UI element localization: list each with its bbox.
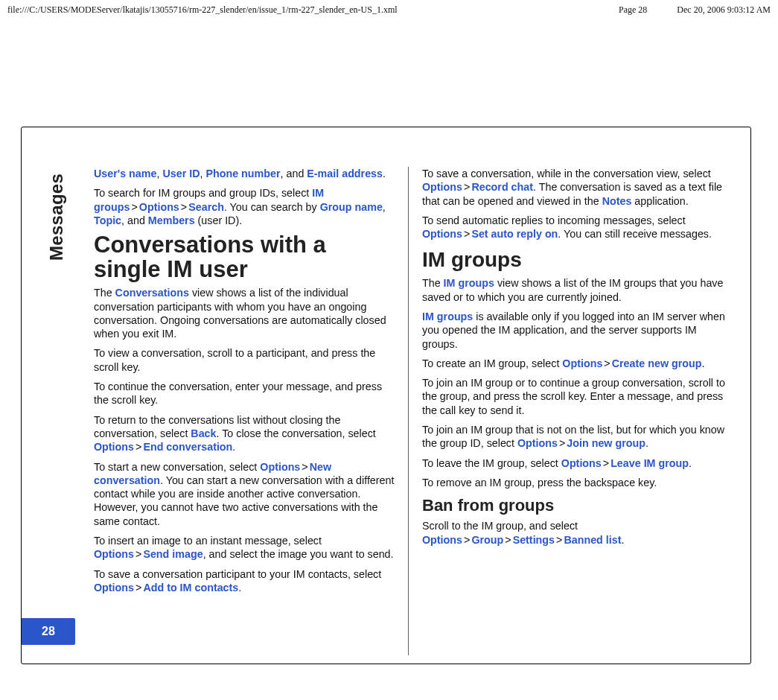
link-end-conversation: End conversation [143, 441, 232, 453]
link-im-groups: IM groups [444, 277, 494, 289]
p-join-group: To join an IM group or to continue a gro… [422, 376, 726, 417]
p-save-participant: To save a conversation participant to yo… [94, 567, 398, 595]
p-record-chat: To save a conversation, while in the con… [422, 167, 726, 208]
page-label: Page 28 [619, 4, 647, 16]
section-tab-messages: Messages [46, 174, 67, 261]
link-record-chat: Record chat [471, 181, 533, 193]
link-create-new-group: Create new group [612, 357, 702, 369]
link-banned-list: Banned list [564, 534, 621, 546]
link-leave-im-group: Leave IM group [610, 457, 689, 469]
p-continue-conv: To continue the conversation, enter your… [94, 380, 398, 407]
link-users-name: User's name [94, 168, 156, 179]
p-join-new-group: To join an IM group that is not on the l… [422, 423, 726, 451]
link-options: Options [517, 437, 558, 449]
link-topic: Topic [94, 214, 121, 226]
link-back: Back [191, 427, 216, 439]
p-remove-group: To remove an IM group, press the backspa… [422, 476, 726, 489]
link-email-address: E-mail address [307, 168, 383, 179]
body-columns: User's name, User ID, Phone number, and … [94, 167, 726, 655]
link-group: Group [471, 534, 503, 546]
p-new-conv: To start a new conversation, select Opti… [94, 460, 398, 528]
link-search: Search [188, 201, 224, 213]
p-leave-group: To leave the IM group, select Options>Le… [422, 456, 726, 470]
link-conversations: Conversations [115, 287, 189, 299]
p-view-conv: To view a conversation, scroll to a part… [94, 346, 398, 374]
p-create-group: To create an IM group, select Options>Cr… [422, 357, 726, 370]
link-phone-number: Phone number [205, 168, 280, 179]
link-options: Options [422, 534, 462, 546]
column-left: User's name, User ID, Phone number, and … [94, 167, 409, 655]
intro-line: User's name, User ID, Phone number, and … [94, 167, 398, 180]
link-options: Options [94, 582, 134, 594]
link-send-image: Send image [143, 548, 203, 560]
link-options: Options [260, 461, 300, 473]
link-im-groups: IM groups [422, 311, 473, 322]
print-header-right: Page 28 Dec 20, 2006 9:03:12 AM [619, 4, 771, 16]
link-add-to-im-contacts: Add to IM contacts [143, 582, 238, 594]
link-options: Options [139, 201, 179, 213]
column-right: To save a conversation, while in the con… [416, 167, 726, 655]
link-options: Options [422, 181, 462, 193]
link-group-name: Group name [320, 201, 383, 213]
heading-conversations: Conversations with a single IM user [94, 233, 398, 281]
file-path: file:///C:/USERS/MODEServer/lkatajis/130… [7, 4, 398, 16]
p-conv-view: The Conversations view shows a list of t… [94, 286, 398, 340]
link-user-id: User ID [162, 168, 200, 179]
link-options: Options [94, 441, 134, 453]
p-search-groups: To search for IM groups and group IDs, s… [94, 186, 398, 227]
link-join-new-group: Join new group [567, 437, 645, 449]
p-return-conv: To return to the conversations list with… [94, 413, 398, 454]
link-options: Options [561, 457, 602, 469]
heading-ban-from-groups: Ban from groups [422, 495, 726, 516]
heading-im-groups: IM groups [422, 246, 726, 273]
page-number: 28 [22, 618, 75, 645]
link-members: Members [148, 214, 195, 226]
link-settings: Settings [513, 534, 555, 546]
link-options: Options [562, 357, 602, 369]
link-set-auto-reply: Set auto reply on [471, 228, 558, 240]
p-groups-view: The IM groups view shows a list of the I… [422, 276, 726, 304]
timestamp: Dec 20, 2006 9:03:12 AM [677, 4, 771, 16]
print-header: file:///C:/USERS/MODEServer/lkatajis/130… [7, 4, 771, 16]
link-options: Options [422, 228, 462, 240]
link-notes-app: Notes [602, 195, 632, 207]
p-banned-list: Scroll to the IM group, and select Optio… [422, 519, 726, 547]
p-groups-availability: IM groups is available only if you logge… [422, 310, 726, 351]
link-options: Options [94, 548, 134, 560]
p-insert-image: To insert an image to an instant message… [94, 534, 398, 561]
p-auto-reply: To send automatic replies to incoming me… [422, 214, 726, 241]
